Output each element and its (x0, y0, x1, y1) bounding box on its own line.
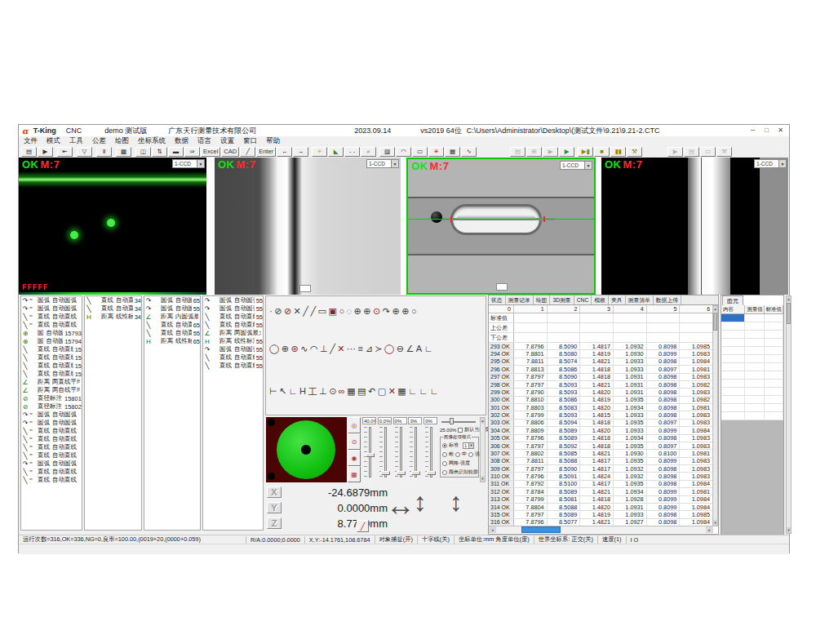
tool-icon[interactable]: ◌ (347, 306, 353, 317)
scroll-down-icon[interactable]: ▼ (481, 476, 485, 482)
list-item[interactable]: ╲***直线自动直线 (21, 313, 82, 321)
table-row[interactable]: 311 OK7.87928.51001.48171.09350.80981.09… (489, 481, 713, 488)
list-item[interactable]: ╲直线自动直线55 (203, 313, 263, 321)
cell[interactable]: 8.5092 (548, 442, 581, 449)
cell[interactable]: 1.4821 (580, 519, 614, 526)
element-cell[interactable] (745, 339, 764, 346)
cell[interactable]: 1.4817 (580, 343, 614, 349)
magnifier-button[interactable]: ⌕ (361, 147, 376, 157)
cell[interactable]: 1.0983 (680, 374, 713, 380)
cell[interactable]: 8.5091 (548, 473, 581, 479)
diagonal-move-button[interactable]: ╱ (357, 520, 369, 532)
cell[interactable]: 1.0935 (614, 420, 647, 426)
cell[interactable]: 1.0981 (680, 366, 713, 372)
tool-icon[interactable]: ∟ (419, 386, 428, 398)
list-item[interactable]: ╲直线自动直线55 (203, 362, 263, 370)
cell[interactable]: 7.8797 (514, 465, 548, 472)
element-cell[interactable] (745, 322, 764, 330)
table-tab[interactable]: 测量清单 (626, 295, 654, 304)
table-hscrollbar[interactable]: ◄ ► (489, 526, 713, 533)
list-item[interactable]: ╲直线自动直线34 (85, 296, 141, 304)
run-exec-button[interactable]: ⚒ (627, 147, 642, 157)
jog-mode-button[interactable]: ▦ (348, 466, 361, 482)
cell[interactable]: 1.0934 (614, 404, 647, 411)
element-row[interactable] (721, 347, 783, 355)
chevron-down-icon[interactable]: ▼ (584, 162, 592, 169)
color-mode-radio[interactable] (442, 470, 447, 475)
column-header[interactable]: 0 (489, 305, 514, 313)
cell[interactable]: 7.8809 (514, 427, 548, 433)
tool-icon[interactable]: ⊘ (274, 306, 282, 317)
table-row[interactable]: 312 OK7.87848.50891.48211.09340.80991.09… (489, 488, 713, 495)
cell[interactable]: 0.8098 (647, 343, 681, 349)
cell[interactable]: 1.4817 (580, 458, 614, 464)
list-item[interactable]: H距离线性标注55 (203, 337, 263, 345)
cell[interactable]: 1.4821 (580, 358, 614, 365)
list-item[interactable]: ↷***圆弧自动圆弧 (21, 304, 82, 313)
cell[interactable] (580, 313, 614, 322)
scroll-right-icon[interactable]: ► (706, 526, 713, 533)
tool-icon[interactable]: ◯ (384, 344, 394, 354)
list-item[interactable]: ↷圆弧自动圆弧65 (144, 296, 200, 304)
element-cell[interactable] (745, 355, 764, 362)
cell[interactable]: 1.0983 (680, 420, 713, 426)
cell[interactable]: 0.8097 (647, 420, 681, 426)
list-item[interactable]: H距离线性标注34 (85, 313, 141, 321)
slider-thumb[interactable] (366, 453, 375, 457)
element-cell[interactable] (745, 412, 764, 420)
light-panel-button[interactable]: ▩ (116, 147, 131, 157)
cell[interactable]: 1.0982 (680, 381, 713, 388)
cell[interactable]: 1.0981 (680, 404, 713, 411)
cell[interactable]: 8.5100 (548, 481, 581, 487)
element-cell[interactable] (721, 314, 745, 322)
tool-icon[interactable]: ∟ (430, 386, 439, 398)
tool-icon[interactable]: ↖ (279, 386, 286, 398)
scroll-thumb[interactable] (713, 313, 717, 331)
table-tab[interactable]: 3D测量 (550, 295, 574, 304)
element-cell[interactable] (721, 380, 745, 387)
tool-icon[interactable]: ⊢ (269, 386, 277, 398)
cell[interactable]: 1.0983 (680, 442, 713, 449)
cell[interactable]: 1.0930 (614, 450, 647, 456)
cell[interactable]: 1.0985 (680, 511, 713, 517)
list-item[interactable]: ↷***圆弧自动圆弧 (21, 411, 82, 419)
jog-mode-button[interactable]: ⊙ (348, 433, 361, 450)
element-column-header[interactable]: 内容 (721, 305, 745, 313)
menu-item[interactable]: 设置 (220, 136, 234, 146)
cell[interactable]: 0.8098 (647, 465, 681, 472)
pattern-button[interactable]: ▨ (379, 147, 395, 157)
element-cell[interactable] (765, 412, 783, 420)
blank-frame-button[interactable]: ▭ (412, 147, 428, 157)
cell[interactable]: 7.8796 (514, 343, 548, 349)
list-item[interactable]: ╲直线自动直线65 (144, 321, 200, 329)
cell[interactable]: 8.5093 (548, 381, 581, 388)
table-row[interactable]: 314 OK7.88048.50881.48201.09310.80991.09… (489, 504, 713, 511)
element-cell[interactable] (745, 380, 764, 387)
cell[interactable]: 0.8099 (647, 350, 681, 357)
run-to-end-button[interactable]: ▶▮ (578, 147, 593, 157)
cell[interactable]: 1.4821 (580, 488, 614, 495)
cell[interactable] (680, 323, 713, 332)
cell[interactable]: 1.4820 (580, 504, 614, 510)
element-cell[interactable] (745, 347, 764, 354)
element-cell[interactable] (721, 331, 745, 338)
list-item[interactable]: ↷圆弧自动圆弧55 (144, 304, 200, 313)
cell[interactable]: 1.4818 (580, 374, 614, 380)
scroll-up-icon[interactable]: ▲ (481, 418, 485, 424)
cell[interactable] (614, 313, 647, 322)
list-item[interactable]: ╲直线自动直线15 (21, 362, 82, 370)
tool-icon[interactable]: ╱ (330, 344, 335, 354)
cell[interactable]: 8.5074 (548, 358, 581, 365)
column-header[interactable]: 4 (614, 305, 647, 313)
cell[interactable]: 0.8099 (647, 504, 681, 510)
cell[interactable]: 1.4820 (580, 427, 614, 433)
cell[interactable]: 1.0985 (680, 343, 713, 349)
cell[interactable]: 1.0984 (680, 481, 713, 487)
cell[interactable]: 8.5090 (548, 374, 581, 380)
standard-radio[interactable] (442, 443, 447, 448)
cell[interactable]: 1.0934 (614, 435, 647, 442)
tool-icon[interactable]: ▦ (347, 386, 355, 398)
table-row[interactable]: 294 OK7.88018.50801.48191.09300.80991.09… (489, 350, 713, 358)
zoom-slider-thumb[interactable] (450, 418, 454, 424)
cell[interactable]: 7.8811 (514, 458, 548, 464)
